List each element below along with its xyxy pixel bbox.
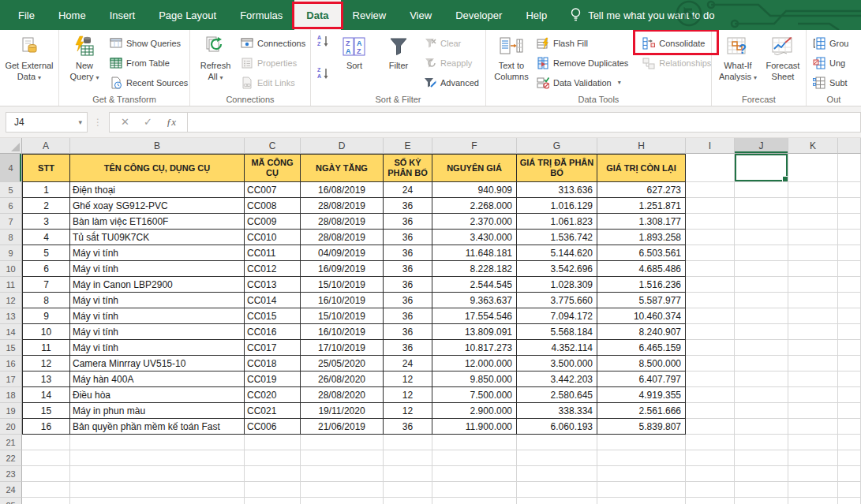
cell-E9[interactable]: 36 [384,245,432,261]
cell-H13[interactable]: 10.460.374 [597,308,686,324]
tell-me-box[interactable]: Tell me what you want to do [559,0,714,30]
cell-E13[interactable]: 36 [384,308,432,324]
cell-B20[interactable]: Bản quyền phần mềm kế toán Fast [70,419,245,435]
cell-K15[interactable] [788,340,838,356]
cell-B21[interactable] [70,435,245,450]
cell-L20[interactable] [838,419,861,435]
cell-K14[interactable] [788,324,838,340]
cell-C25[interactable] [245,498,301,504]
recent-sources-button[interactable]: Recent Sources [107,73,191,92]
cell-E4[interactable]: SỐ KỲ PHÂN BỔ [384,154,432,182]
cell-B4[interactable]: TÊN CÔNG CỤ, DỤNG CỤ [70,154,245,182]
cell-D10[interactable]: 16/09/2019 [301,261,384,277]
cell-D13[interactable]: 15/10/2019 [301,308,384,324]
cell-D17[interactable]: 26/08/2020 [301,371,384,387]
row-header-17[interactable]: 17 [0,371,22,387]
cell-D23[interactable] [301,466,384,482]
cell-G25[interactable] [517,498,597,504]
row-header-5[interactable]: 5 [0,182,22,198]
cell-I7[interactable] [686,214,735,230]
cell-L13[interactable] [838,308,861,324]
cell-A6[interactable]: 2 [22,198,70,214]
cell-J10[interactable] [735,261,788,277]
get-external-data-button[interactable]: Get External Data▾ [3,32,55,85]
cell-D25[interactable] [301,498,384,504]
cell-H22[interactable] [597,450,686,466]
cell-D19[interactable]: 19/11/2020 [301,403,384,419]
cell-H5[interactable]: 627.273 [597,182,686,198]
cell-K19[interactable] [788,403,838,419]
cell-F17[interactable]: 9.850.000 [432,371,517,387]
cell-G20[interactable]: 6.060.193 [517,419,597,435]
cell-G18[interactable]: 2.580.645 [517,387,597,403]
cell-F7[interactable]: 2.370.000 [432,214,517,230]
cell-F24[interactable] [432,482,517,498]
cell-I14[interactable] [686,324,735,340]
row-header-15[interactable]: 15 [0,340,22,356]
row-header-6[interactable]: 6 [0,198,22,214]
cell-C7[interactable]: CC009 [245,214,301,230]
cell-L23[interactable] [838,466,861,482]
from-table-button[interactable]: From Table [107,53,191,73]
row-header-22[interactable]: 22 [0,450,22,466]
row-header-9[interactable]: 9 [0,245,22,261]
cell-H17[interactable]: 6.407.797 [597,371,686,387]
cell-L24[interactable] [838,482,861,498]
tab-review[interactable]: Review [341,0,399,30]
sort-a-to-z-button[interactable]: A Z [316,34,330,47]
consolidate-button[interactable]: Consolidate [639,33,714,53]
cell-J6[interactable] [735,198,788,214]
cell-E14[interactable]: 36 [384,324,432,340]
cell-H25[interactable] [597,498,686,504]
cell-B23[interactable] [70,466,245,482]
cell-E25[interactable] [384,498,432,504]
cell-E20[interactable]: 36 [384,419,432,435]
filter-button[interactable]: Filter [376,32,421,74]
cell-E10[interactable]: 36 [384,261,432,277]
cell-I24[interactable] [686,482,735,498]
cell-J15[interactable] [735,340,788,356]
cell-C4[interactable]: MÃ CÔNG CỤ [245,154,301,182]
cell-J19[interactable] [735,403,788,419]
column-header-D[interactable]: D [301,138,384,154]
cell-A15[interactable]: 11 [22,340,70,356]
cell-K24[interactable] [788,482,838,498]
cell-I11[interactable] [686,277,735,293]
cell-F22[interactable] [432,450,517,466]
tab-formulas[interactable]: Formulas [228,0,294,30]
cell-F9[interactable]: 11.648.181 [432,245,517,261]
cell-L17[interactable] [838,371,861,387]
cell-B25[interactable] [70,498,245,504]
cell-A18[interactable]: 14 [22,387,70,403]
cell-I12[interactable] [686,293,735,308]
cell-B19[interactable]: Máy in phun màu [70,403,245,419]
cell-E21[interactable] [384,435,432,450]
sort-z-to-a-button[interactable]: Z A [316,66,330,80]
cell-H8[interactable]: 1.893.258 [597,230,686,245]
cell-E23[interactable] [384,466,432,482]
cell-F20[interactable]: 11.900.000 [432,419,517,435]
cell-A12[interactable]: 8 [22,293,70,308]
cell-H14[interactable]: 8.240.907 [597,324,686,340]
row-header-14[interactable]: 14 [0,324,22,340]
cell-I8[interactable] [686,230,735,245]
cell-H21[interactable] [597,435,686,450]
cell-I13[interactable] [686,308,735,324]
cell-K9[interactable] [788,245,838,261]
row-header-11[interactable]: 11 [0,277,22,293]
cell-B5[interactable]: Điện thoại [70,182,245,198]
forecast-sheet-button[interactable]: Forecast Sheet [761,32,805,85]
cell-L15[interactable] [838,340,861,356]
cell-J21[interactable] [735,435,788,450]
insert-function-icon[interactable]: ƒx [167,116,176,129]
cell-F16[interactable]: 12.000.000 [432,356,517,371]
cell-I25[interactable] [686,498,735,504]
cell-L6[interactable] [838,198,861,214]
cell-J7[interactable] [735,214,788,230]
row-header-25[interactable]: 25 [0,498,22,504]
cell-F23[interactable] [432,466,517,482]
cell-B12[interactable]: Máy vi tính [70,293,245,308]
text-to-columns-button[interactable]: Text to Columns [489,32,533,85]
cell-A20[interactable]: 16 [22,419,70,435]
cell-F15[interactable]: 10.817.273 [432,340,517,356]
